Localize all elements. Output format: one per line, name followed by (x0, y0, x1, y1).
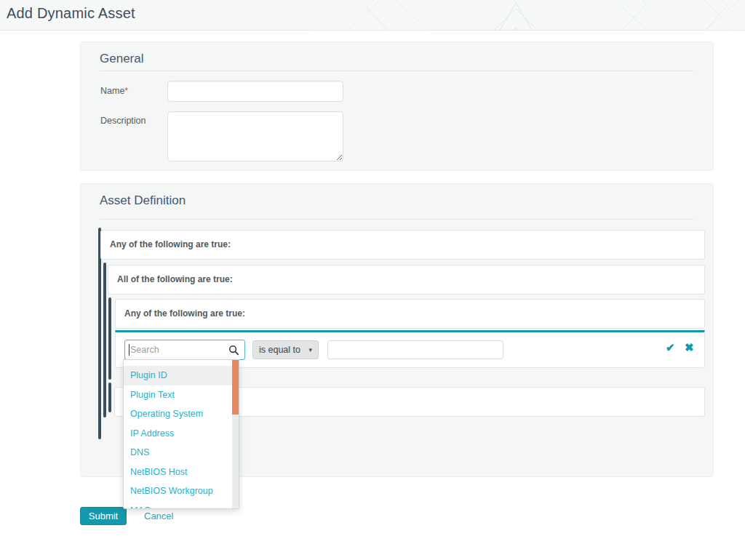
group-depth-bar-4 (108, 383, 111, 412)
confirm-rule-icon[interactable]: ✔ (666, 342, 675, 353)
group-depth-bar-2 (103, 263, 106, 417)
delete-rule-icon[interactable]: ✖ (685, 342, 694, 353)
dropdown-item-plugin-id[interactable]: Plugin ID (124, 366, 239, 385)
dropdown-item-netbios-workgroup[interactable]: NetBIOS Workgroup (124, 481, 239, 501)
group-header-all-2[interactable]: All of the following are true: (108, 265, 705, 295)
group-header-any-3[interactable]: Any of the following are true: (115, 299, 705, 329)
name-field[interactable] (167, 81, 343, 102)
group-header-any-1[interactable]: Any of the following are true: (100, 230, 705, 260)
dropdown-item-plugin-text[interactable]: Plugin Text (124, 385, 239, 405)
search-icon (228, 345, 239, 356)
name-label: Name* (100, 86, 128, 96)
description-field[interactable] (167, 111, 343, 161)
caret-down-icon: ▾ (308, 341, 312, 359)
field-search-input[interactable] (125, 340, 244, 359)
operator-select[interactable]: is equal to ▾ (252, 340, 319, 359)
dropdown-item-dns[interactable]: DNS (124, 443, 239, 463)
page-header: Add Dynamic Asset (0, 0, 745, 31)
operator-value: is equal to (259, 341, 300, 359)
asset-definition-section-title: Asset Definition (100, 193, 186, 208)
dropdown-item-operating-system[interactable]: Operating System (124, 404, 239, 424)
field-dropdown-menu: Plugin ID Plugin Text Operating System I… (123, 359, 239, 509)
dropdown-scrollbar-track[interactable] (232, 360, 239, 508)
description-label: Description (100, 116, 146, 126)
field-search-box (124, 340, 245, 360)
dropdown-item-ip-address[interactable]: IP Address (124, 424, 239, 444)
page-title: Add Dynamic Asset (7, 5, 135, 22)
group-depth-bar-1 (98, 228, 101, 439)
section-divider (100, 71, 694, 71)
group-depth-bar-3 (108, 297, 111, 380)
dropdown-scrollbar-thumb[interactable] (232, 360, 239, 415)
general-section: General Name* Description (80, 41, 714, 171)
dropdown-item-mac[interactable]: MAC (124, 501, 239, 510)
general-section-title: General (100, 52, 143, 66)
text-cursor (129, 344, 130, 356)
header-pattern (308, 0, 745, 31)
dropdown-item-netbios-host[interactable]: NetBIOS Host (124, 463, 239, 482)
required-asterisk: * (124, 86, 128, 96)
section-divider (100, 219, 694, 220)
cancel-link[interactable]: Cancel (144, 511, 173, 521)
rule-value-input[interactable] (327, 340, 503, 359)
submit-button[interactable]: Submit (80, 507, 127, 525)
